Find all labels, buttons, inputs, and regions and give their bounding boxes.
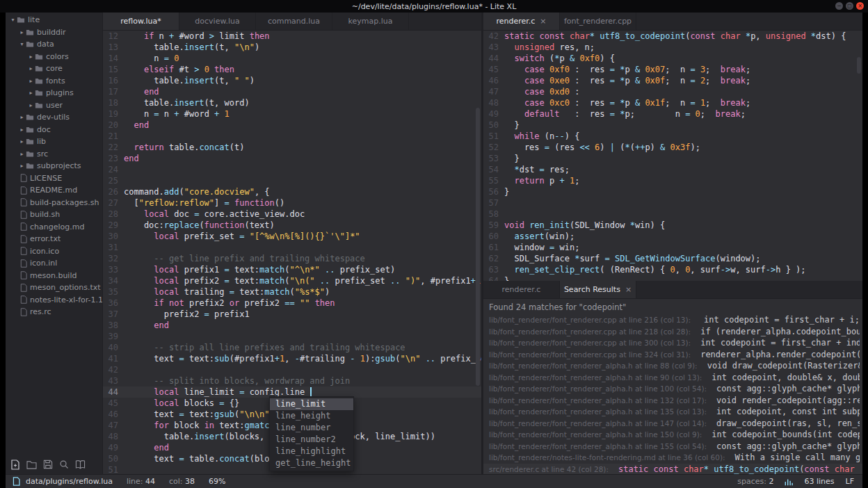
code-line-38[interactable]: 38 end [103, 320, 481, 331]
code-line-16[interactable]: 16 table.insert(t, " ") [103, 75, 481, 86]
tab-font-renderer-cpp[interactable]: font_renderer.cpp [560, 13, 636, 30]
code-line-33[interactable]: 33 local prefix1 = text:match("^\n*" .. … [103, 264, 481, 275]
code-line-39[interactable]: 39 [103, 331, 481, 342]
code-line-27[interactable]: 27 ["reflow:reflow"] = function() [103, 197, 481, 209]
code-line-49[interactable]: 49 default : res = *p; n = 0; break; [483, 108, 862, 120]
tree-item-colors[interactable]: ▸colors [6, 51, 102, 63]
search-result-row[interactable]: lib/font_renderer/font_renderer.cpp at l… [483, 337, 862, 349]
code-line-64[interactable]: 64} [483, 275, 862, 281]
titlebar[interactable]: ~/dev/lite/data/plugins/reflow.lua* - Li… [0, 0, 868, 13]
open-folder-icon[interactable] [26, 460, 37, 469]
search-result-row[interactable]: lib/font_renderer/font_renderer_alpha.h … [483, 418, 862, 430]
tree-item-build-packages.sh[interactable]: build-packages.sh [6, 197, 102, 209]
minimize-button[interactable]: − [835, 2, 843, 10]
tree-item-lite[interactable]: ▾lite [6, 14, 102, 26]
code-line-46[interactable]: 46 case 0xe0 : res = *p & 0x0f; n = 2; b… [483, 75, 862, 86]
code-line-26[interactable]: 26command.add("core.docview", { [103, 186, 481, 197]
code-line-40[interactable]: 40 -- strip all line prefixes and traili… [103, 342, 481, 353]
code-line-34[interactable]: 34 local prefix2 = text:match("\n(" .. p… [103, 275, 481, 286]
statusbar-total-lines[interactable]: 63 lines [804, 477, 834, 486]
tree-item-doc[interactable]: ▸doc [6, 124, 102, 136]
tab-renderer-c[interactable]: renderer.c× [483, 13, 560, 30]
code-line-23[interactable]: 23end [103, 153, 481, 164]
tree-item-builddir[interactable]: ▸builddir [6, 26, 102, 39]
autocomplete-item-line_limit[interactable]: line_limit [270, 398, 353, 410]
code-line-35[interactable]: 35 local trailing = text:match("%s*$") [103, 286, 481, 298]
tree-item-error.txt[interactable]: error.txt [6, 233, 102, 245]
code-line-29[interactable]: 29 doc:replace(function(text) [103, 220, 481, 231]
code-line-54[interactable]: 54 *dst = res; [483, 164, 862, 175]
code-line-14[interactable]: 14 n = 0 [103, 53, 481, 64]
code-line-42[interactable]: 42 [103, 364, 481, 375]
statusbar-line-ending[interactable]: LF [846, 477, 854, 486]
code-line-36[interactable]: 36 if not prefix2 or prefix2 == "" then [103, 298, 481, 309]
tab-close-icon[interactable]: × [540, 17, 546, 25]
code-line-20[interactable]: 20 end [103, 120, 481, 131]
tree-item-src[interactable]: ▸src [6, 148, 102, 161]
tree-item-changelog.md[interactable]: changelog.md [6, 221, 102, 234]
code-line-37[interactable]: 37 prefix2 = prefix1 [103, 309, 481, 320]
left-editor-scrollbar[interactable] [476, 108, 480, 386]
search-result-row[interactable]: lib/font_renderer/font_renderer_alpha.h … [483, 383, 862, 395]
code-line-31[interactable]: 31 [103, 242, 481, 253]
tree-item-core[interactable]: ▸core [6, 63, 102, 75]
code-line-21[interactable]: 21 [103, 131, 481, 142]
tree-item-lib[interactable]: ▸lib [6, 136, 102, 148]
code-line-15[interactable]: 15 elseif #t > 0 then [103, 64, 481, 75]
code-line-18[interactable]: 18 table.insert(t, word) [103, 97, 481, 108]
code-line-25[interactable]: 25 [103, 175, 481, 186]
tree-item-user[interactable]: ▸user [6, 99, 102, 112]
code-line-12[interactable]: 12 if n + #word > limit then [103, 31, 481, 42]
maximize-button[interactable]: ◻ [846, 2, 853, 10]
code-line-41[interactable]: 41 text = text:sub(#prefix1+1, -#trailin… [103, 353, 481, 364]
code-line-17[interactable]: 17 end [103, 86, 481, 97]
code-line-57[interactable]: 57 [483, 197, 862, 209]
search-result-row[interactable]: lib/font_renderer/font_renderer.cpp at l… [483, 349, 862, 361]
tab-search-results[interactable]: Search Results× [560, 281, 636, 298]
code-line-43[interactable]: 43 unsigned res, n; [483, 42, 862, 53]
autocomplete-item-line_height[interactable]: line_height [270, 410, 353, 422]
statusbar-indent-mode[interactable]: spaces: 2 [737, 477, 773, 486]
statusbar-col[interactable]: col: 38 [169, 477, 195, 486]
search-result-row[interactable]: lib/font_renderer/font_renderer_alpha.h … [483, 360, 862, 372]
code-line-56[interactable]: 56} [483, 186, 862, 197]
tree-item-LICENSE[interactable]: LICENSE [6, 172, 102, 185]
autocomplete-item-get_line_height[interactable]: get_line_height [270, 457, 353, 469]
tab-keymap-lua[interactable]: keymap.lua [332, 13, 409, 30]
code-line-58[interactable]: 58 [483, 209, 862, 220]
tree-item-notes-lite-xl-for-1.16[interactable]: notes-lite-xl-for-1.16 [6, 294, 102, 307]
tree-item-subprojects[interactable]: ▸subprojects [6, 160, 102, 172]
tree-item-plugins[interactable]: ▸plugins [6, 87, 102, 99]
search-icon[interactable] [59, 459, 69, 469]
tree-item-dev-utils[interactable]: ▸dev-utils [6, 111, 102, 124]
statusbar-line[interactable]: line: 44 [127, 477, 155, 486]
code-line-19[interactable]: 19 n = n + #word + 1 [103, 108, 481, 120]
autocomplete-item-line_number2[interactable]: line_number2 [270, 434, 353, 446]
tab-close-icon[interactable]: × [625, 286, 632, 293]
code-line-63[interactable]: 63 ren_set_clip_rect( (RenRect) { 0, 0, … [483, 264, 862, 275]
search-result-row[interactable]: lib/font_renderer/font_renderer.cpp at l… [483, 326, 862, 338]
code-line-52[interactable]: 52 res = (res << 6) | (*(++p) & 0x3f); [483, 142, 862, 153]
code-line-48[interactable]: 48 case 0xc0 : res = *p & 0x1f; n = 1; b… [483, 97, 862, 108]
tree-item-icon.inl[interactable]: icon.inl [6, 257, 102, 270]
tree-item-res.rc[interactable]: res.rc [6, 306, 102, 318]
code-line-30[interactable]: 30 local prefix_set = "[^%w\n%[%](){}`'\… [103, 231, 481, 242]
search-result-row[interactable]: lib/font_renderer/font_renderer_alpha.h … [483, 441, 862, 453]
autocomplete-item-line_number[interactable]: line_number [270, 422, 353, 434]
code-line-45[interactable]: 45 case 0xf0 : res = *p & 0x07; n = 3; b… [483, 64, 862, 75]
search-result-row[interactable]: lib/font_renderer/font_renderer_alpha.h … [483, 395, 862, 407]
close-button[interactable]: × [856, 2, 864, 10]
search-result-row[interactable]: lib/font_renderer/notes-lite-font-render… [483, 452, 862, 464]
tree-item-icon.ico[interactable]: icon.ico [6, 245, 102, 258]
code-line-59[interactable]: 59void ren_init(SDL_Window *win) { [483, 220, 862, 231]
code-line-24[interactable]: 24 [103, 164, 481, 175]
search-result-row[interactable]: lib/font_renderer/font_renderer_alpha.h … [483, 372, 862, 384]
search-result-row[interactable]: src/renderer.c at line 42 (col 28):stati… [483, 464, 862, 475]
code-line-44[interactable]: 44 switch (*p & 0xf0) { [483, 53, 862, 64]
tab-command-lua[interactable]: command.lua [256, 13, 332, 30]
code-line-13[interactable]: 13 table.insert(t, "\n") [103, 42, 481, 53]
code-line-43[interactable]: 43 -- split into blocks, wordwrap and jo… [103, 375, 481, 387]
tab-reflow-lua[interactable]: reflow.lua* [103, 13, 179, 30]
code-line-61[interactable]: 61 window = win; [483, 242, 862, 253]
autocomplete-item-line_highlight[interactable]: line_highlight [270, 446, 353, 457]
